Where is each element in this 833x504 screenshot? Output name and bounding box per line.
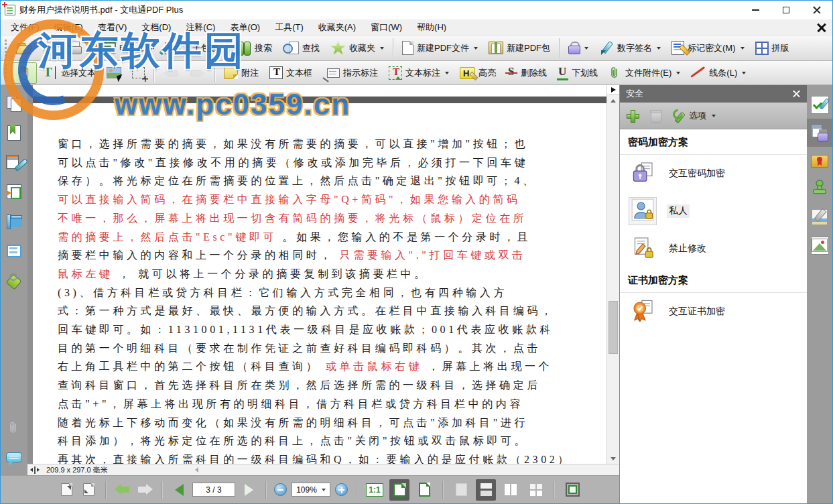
forward-button[interactable] (136, 479, 153, 501)
close-document-button[interactable] (816, 22, 827, 33)
save-button[interactable] (38, 39, 60, 57)
menu-item-6[interactable]: 表单(O) (222, 19, 267, 36)
back-button[interactable] (114, 479, 131, 501)
previous-view-button[interactable] (58, 479, 75, 501)
favorites-button[interactable]: 收藏夹 (326, 38, 389, 58)
menu-item-3[interactable]: 查看(V) (90, 19, 134, 36)
interactive-password-encrypt-item[interactable]: 交互密码加密 (620, 155, 807, 192)
single-page-view-button[interactable] (451, 479, 471, 501)
line-tool-button[interactable]: 线条(L) (686, 64, 751, 82)
no-modify-scheme-item[interactable]: 禁止修改 (620, 230, 807, 267)
e-package-button[interactable]: 电子包裹 (160, 40, 223, 57)
panel-collapse-button[interactable] (607, 85, 619, 95)
redaction-button[interactable]: 标记密文(M) (667, 38, 749, 58)
tags-panel-button[interactable] (3, 269, 25, 292)
interactive-certificate-encrypt-item[interactable]: 交互证书加密 (620, 293, 807, 330)
sign-panel-button[interactable] (807, 90, 832, 119)
zoom-out-button[interactable] (274, 483, 287, 496)
file-attachment-button[interactable]: 文件附件(E) (604, 63, 685, 83)
menu-item-2[interactable]: 编辑(E) (47, 19, 90, 36)
digital-signature-button[interactable]: 数字签名 (594, 38, 665, 58)
splitter-handle-icon[interactable] (30, 466, 40, 474)
text-box-button[interactable]: 文本框 (265, 64, 317, 82)
redo-button[interactable] (185, 66, 210, 80)
scroll-up-arrow[interactable] (607, 95, 619, 106)
highlight-button[interactable]: 高亮 (455, 64, 501, 82)
page-number-field[interactable]: 3 / 3 (192, 483, 235, 497)
search-button[interactable]: 搜索 (232, 39, 277, 58)
hand-tool-button[interactable] (11, 62, 37, 84)
select-image-button[interactable] (102, 64, 126, 81)
attachments-panel-button[interactable] (3, 416, 25, 439)
text-annotation-button[interactable]: 文本标注 (384, 64, 454, 82)
note-button[interactable]: 附注 (219, 64, 263, 82)
comments-panel-button[interactable] (3, 446, 25, 468)
new-pdf-package-button[interactable]: 新建PDF包 (484, 39, 555, 57)
print-button[interactable] (62, 39, 86, 57)
add-scheme-button[interactable] (627, 110, 638, 121)
menu-item-4[interactable]: 文档(D) (134, 19, 178, 36)
zoom-level-select[interactable]: 109% (292, 483, 330, 497)
text-line-17: 科目添加），将光标定位在所选的科目上，点击"关闭"按钮或双击鼠标即可。 (58, 432, 593, 450)
actual-size-button[interactable]: 1:1 (365, 479, 385, 501)
close-button[interactable] (802, 1, 832, 19)
structure-panel-button[interactable] (3, 210, 25, 233)
fullscreen-button[interactable] (562, 479, 582, 501)
continuous-view-button[interactable] (476, 479, 496, 501)
menu-item-8[interactable]: 收藏夹(A) (311, 19, 363, 36)
password-security-button[interactable] (564, 39, 593, 57)
menu-item-5[interactable]: 注释(C) (178, 19, 222, 36)
next-view-button[interactable] (80, 479, 97, 501)
bookmarks-panel-button[interactable] (3, 121, 25, 144)
panel-close-button[interactable] (792, 90, 801, 99)
find-button[interactable]: 查找 (278, 39, 324, 58)
private-scheme-item[interactable]: 私人 (620, 192, 807, 230)
fit-width-button[interactable] (414, 479, 434, 501)
scrollbar-thumb[interactable] (608, 301, 618, 354)
content-icon (7, 245, 21, 257)
select-text-button[interactable]: 选择文本 (38, 64, 101, 82)
images-panel-button[interactable] (807, 231, 832, 259)
facing-pages-view-button[interactable] (501, 479, 521, 501)
undo-button[interactable] (158, 66, 184, 80)
previous-page-button[interactable] (170, 479, 188, 501)
annotations-panel-button[interactable] (3, 151, 25, 174)
whiteout-panel-button[interactable] (807, 203, 832, 231)
open-button[interactable] (11, 39, 37, 57)
scroll-down-arrow[interactable] (607, 453, 619, 464)
toolbar-grip[interactable] (5, 64, 7, 81)
security-panel-tab-button[interactable] (807, 119, 832, 147)
pages-panel-button[interactable] (3, 92, 25, 115)
email-label: 电子邮件 (119, 42, 154, 54)
new-pdf-file-button[interactable]: 新建PDF文件 (397, 38, 483, 58)
options-button[interactable]: 选项 (673, 110, 716, 122)
paperclip-icon (7, 420, 21, 435)
vertical-scrollbar[interactable] (606, 85, 619, 464)
destinations-panel-button[interactable] (3, 180, 25, 203)
email-button[interactable]: 电子邮件 (95, 40, 159, 57)
snapshot-button[interactable] (127, 64, 149, 81)
underline-button[interactable]: 下划线 (553, 64, 602, 82)
text-annotation-label: 文本标注 (405, 67, 440, 79)
menu-item-9[interactable]: 窗口(W) (363, 19, 409, 36)
menu-item-10[interactable]: 帮助(H) (409, 19, 454, 36)
callout-button[interactable]: 指示标注 (318, 64, 383, 82)
document-area[interactable]: 窗口，选择所需要的摘要，如果没有所需要的摘要，可以直接"增加"按钮；也可以点击"… (27, 85, 606, 464)
strikethrough-button[interactable]: 删除线 (502, 64, 552, 82)
delete-scheme-button[interactable] (650, 110, 661, 122)
certificates-panel-button[interactable] (807, 147, 832, 175)
next-page-button[interactable] (240, 479, 257, 501)
menu-item-1[interactable]: 文件(F) (3, 19, 47, 36)
toolbar-grip[interactable] (5, 40, 7, 57)
maximize-button[interactable] (771, 1, 802, 19)
minimize-button[interactable] (740, 1, 771, 19)
imposition-button[interactable]: 拼版 (751, 39, 794, 58)
menu-item-7[interactable]: 工具(T) (267, 19, 311, 36)
content-panel-button[interactable] (3, 239, 25, 262)
zoom-in-button[interactable] (335, 483, 348, 496)
pen-lock-icon (631, 236, 654, 261)
hscroll-left-arrow[interactable] (195, 467, 198, 472)
stamps-panel-button[interactable] (807, 175, 832, 203)
fit-page-button[interactable] (389, 479, 409, 501)
quad-view-button[interactable] (525, 479, 546, 501)
